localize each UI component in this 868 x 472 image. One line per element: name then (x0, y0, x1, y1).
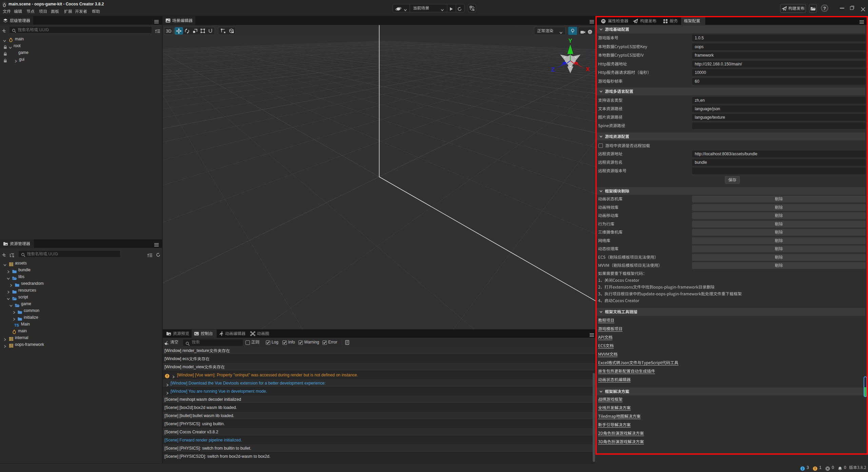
svg-text:Y: Y (568, 38, 572, 44)
svg-text:X: X (586, 66, 590, 73)
svg-text:Z: Z (551, 66, 555, 73)
svg-text:?: ? (823, 6, 826, 11)
